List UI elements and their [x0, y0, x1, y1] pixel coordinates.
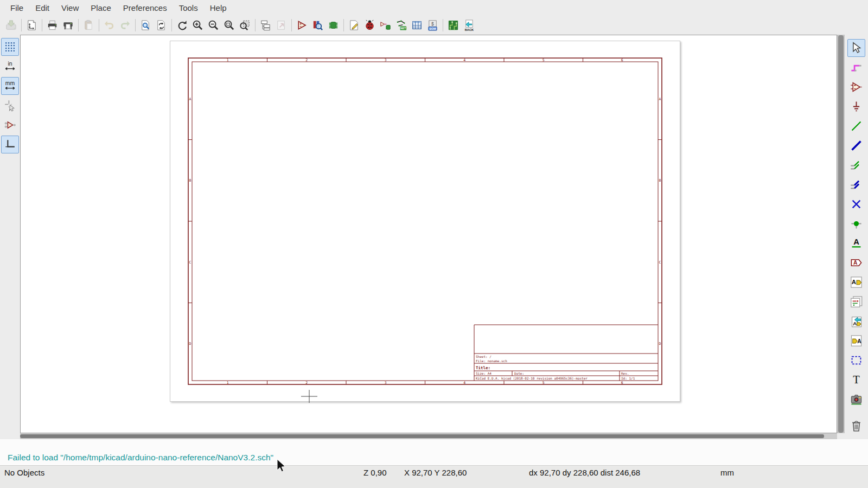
- paste-icon: [82, 19, 95, 31]
- hidden-pins-toggle[interactable]: [1, 116, 19, 134]
- menu-tools[interactable]: Tools: [173, 3, 204, 12]
- svg-text:NET: NET: [400, 26, 406, 29]
- find-button[interactable]: [138, 17, 154, 33]
- svg-text:A: A: [853, 260, 858, 266]
- horizontal-scrollbar[interactable]: [20, 433, 837, 439]
- erc-button[interactable]: [362, 17, 378, 33]
- hierarchical-label-tool[interactable]: A: [847, 273, 865, 291]
- horizontal-scrollbar-thumb[interactable]: [20, 434, 824, 438]
- svg-text:1: 1: [227, 58, 229, 62]
- crosshair-cursor: [299, 387, 319, 406]
- redraw-button[interactable]: [174, 17, 190, 33]
- back-annotate-button[interactable]: BACK: [461, 17, 477, 33]
- bom-button[interactable]: $BOM: [425, 17, 441, 33]
- svg-text:A: A: [853, 237, 859, 246]
- hierarchy-navigator-button[interactable]: [258, 17, 273, 33]
- assign-footprints-button[interactable]: [378, 17, 393, 33]
- no-connect-tool[interactable]: [847, 195, 865, 213]
- schematic-canvas[interactable]: 1 2 3 4 5 6 1 2 3 4 5 6 A B C D A B C D: [20, 35, 837, 433]
- save-icon: [5, 19, 17, 31]
- zoom-selection-button[interactable]: [237, 17, 253, 33]
- grid-visibility-toggle[interactable]: [1, 38, 19, 56]
- redraw-icon: [176, 19, 188, 31]
- hierarchical-sheet-icon: [850, 295, 863, 309]
- svg-text:T: T: [853, 374, 860, 386]
- save-button[interactable]: [3, 17, 19, 33]
- redo-button[interactable]: [117, 17, 133, 33]
- redo-icon: [119, 19, 131, 31]
- junction-tool[interactable]: [847, 215, 865, 233]
- place-symbol-tool[interactable]: [847, 78, 865, 96]
- zoom-in-button[interactable]: [190, 17, 206, 33]
- text-tool[interactable]: T: [847, 371, 865, 389]
- svg-text:C: C: [189, 260, 192, 265]
- print-icon: [46, 19, 59, 31]
- wire-to-bus-entry-tool[interactable]: [847, 156, 865, 174]
- footprint-editor-icon: [327, 19, 340, 31]
- print-button[interactable]: [44, 17, 60, 33]
- image-tool[interactable]: [847, 390, 865, 408]
- menu-edit[interactable]: Edit: [29, 3, 55, 12]
- net-label-tool[interactable]: A: [847, 234, 865, 252]
- svg-text:5: 5: [542, 381, 545, 385]
- svg-text:$: $: [431, 21, 434, 26]
- camera-icon: [850, 393, 863, 406]
- pcbnew-button[interactable]: [445, 17, 461, 33]
- wire-to-bus-entry-icon: [850, 158, 863, 172]
- vertical-scrollbar[interactable]: [837, 35, 845, 433]
- zoom-fit-button[interactable]: [221, 17, 237, 33]
- menu-help[interactable]: Help: [204, 3, 233, 12]
- bus-to-bus-entry-icon: [850, 178, 863, 191]
- paste-button[interactable]: [81, 17, 97, 33]
- menu-preferences[interactable]: Preferences: [117, 3, 173, 12]
- delete-tool[interactable]: [847, 416, 865, 434]
- hierarchical-sheet-tool[interactable]: [847, 293, 865, 311]
- toolbar-separator: [135, 19, 136, 31]
- menu-file[interactable]: File: [4, 3, 29, 12]
- leave-sheet-button[interactable]: [273, 17, 289, 33]
- symbol-library-browser-button[interactable]: [310, 17, 326, 33]
- place-wire-tool[interactable]: [847, 117, 865, 135]
- undo-button[interactable]: [101, 17, 117, 33]
- zoom-out-button[interactable]: [206, 17, 221, 33]
- leave-sheet-icon: [275, 19, 288, 31]
- plot-button[interactable]: [60, 17, 76, 33]
- global-label-tool[interactable]: A: [847, 254, 865, 272]
- zoom-in-icon: [192, 19, 204, 31]
- select-tool[interactable]: [847, 39, 865, 57]
- mouse-pointer: [276, 459, 288, 475]
- bus-to-bus-entry-tool[interactable]: [847, 176, 865, 194]
- svg-text:mm: mm: [5, 80, 15, 86]
- graphic-polyline-icon: [850, 354, 863, 367]
- hv-orientation-toggle[interactable]: [1, 136, 19, 153]
- units-mm-toggle[interactable]: mm: [1, 77, 19, 95]
- place-symbol-icon: [850, 80, 863, 94]
- import-sheet-pin-tool[interactable]: A: [847, 312, 865, 330]
- cursor-shape-toggle[interactable]: [1, 97, 19, 114]
- hv-orientation-icon: [3, 138, 17, 151]
- bom-icon: $BOM: [426, 19, 439, 31]
- message-area: Failed to load "/home/tmp/kicad/arduino-…: [0, 439, 868, 465]
- svg-text:A: A: [853, 320, 857, 326]
- junction-icon: [850, 217, 863, 230]
- annotate-button[interactable]: [346, 17, 362, 33]
- vertical-scrollbar-thumb[interactable]: [838, 35, 844, 433]
- graphic-polyline-tool[interactable]: [847, 351, 865, 369]
- place-power-port-tool[interactable]: [847, 98, 865, 115]
- symbol-library-editor-button[interactable]: [294, 17, 310, 33]
- hidden-pins-icon: [3, 118, 17, 132]
- sheet-grid-refs: 1 2 3 4 5 6 1 2 3 4 5 6 A B C D A B C D: [189, 58, 661, 385]
- footprint-editor-button[interactable]: [326, 17, 341, 33]
- netlist-button[interactable]: NET: [393, 17, 409, 33]
- no-connect-icon: [850, 197, 863, 211]
- grid-icon: [3, 40, 17, 54]
- menu-view[interactable]: View: [55, 3, 85, 12]
- place-sheet-pin-tool[interactable]: A: [847, 332, 865, 350]
- find-replace-button[interactable]: [154, 17, 169, 33]
- highlight-net-tool[interactable]: [847, 59, 865, 76]
- symbol-fields-button[interactable]: [409, 17, 425, 33]
- units-inches-toggle[interactable]: in: [1, 57, 19, 75]
- menu-place[interactable]: Place: [85, 3, 117, 12]
- place-bus-tool[interactable]: [847, 137, 865, 155]
- page-settings-button[interactable]: [24, 17, 40, 33]
